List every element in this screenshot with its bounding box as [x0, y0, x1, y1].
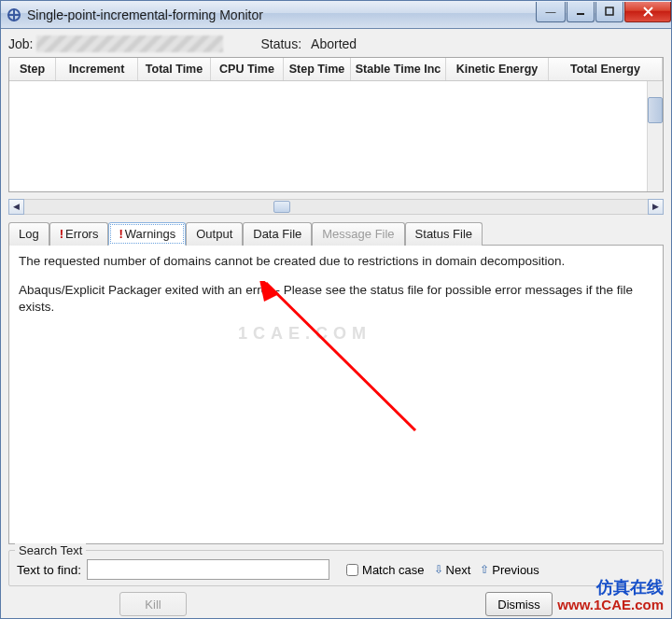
tab-errors[interactable]: !Errors	[49, 222, 109, 246]
message-line-1: The requested number of domains cannot b…	[19, 253, 653, 270]
maximize-button[interactable]	[595, 2, 623, 22]
col-kinetic-energy[interactable]: Kinetic Energy	[446, 58, 549, 80]
dismiss-button[interactable]: Dismiss	[485, 592, 553, 616]
match-case-label: Match case	[362, 563, 424, 577]
watermark-text: 1CAE.COM	[238, 322, 371, 345]
tab-data-file[interactable]: Data File	[243, 222, 312, 246]
col-total-energy[interactable]: Total Energy	[549, 58, 663, 80]
tab-warnings[interactable]: !Warnings	[108, 222, 186, 246]
message-pane[interactable]: The requested number of domains cannot b…	[8, 245, 664, 544]
status-value: Aborted	[311, 36, 357, 51]
window-title: Single-point-incremental-forming Monitor	[27, 7, 535, 22]
table-header-row: Step Increment Total Time CPU Time Step …	[9, 58, 663, 81]
svg-rect-3	[577, 13, 584, 15]
search-legend: Search Text	[15, 543, 86, 557]
col-increment[interactable]: Increment	[56, 58, 138, 80]
table-vertical-scrollbar[interactable]	[647, 81, 663, 191]
content-area: Job: Status: Aborted Step Increment Tota…	[1, 29, 671, 618]
close-button[interactable]	[624, 2, 671, 22]
col-stable-time-inc[interactable]: Stable Time Inc	[351, 58, 446, 80]
monitor-window: Single-point-incremental-forming Monitor…	[0, 0, 672, 619]
tab-message-file: Message File	[312, 222, 404, 246]
job-label: Job:	[8, 36, 33, 51]
message-tabs: Log !Errors !Warnings Output Data File M…	[8, 222, 664, 246]
match-case-checkbox[interactable]	[346, 564, 358, 576]
svg-rect-4	[606, 7, 613, 15]
tab-status-file[interactable]: Status File	[405, 222, 483, 246]
scroll-right-button[interactable]: ▶	[648, 199, 664, 215]
next-button[interactable]: ⇩Next	[434, 563, 471, 577]
window-controls: —	[535, 2, 671, 22]
previous-icon: ⇧	[480, 563, 489, 576]
message-line-2: Abaqus/Explicit Packager exited with an …	[19, 282, 653, 316]
titlebar[interactable]: Single-point-incremental-forming Monitor…	[1, 1, 671, 29]
col-cpu-time[interactable]: CPU Time	[211, 58, 284, 80]
table-horizontal-scrollbar[interactable]: ◀ ▶	[8, 198, 664, 215]
col-total-time[interactable]: Total Time	[138, 58, 211, 80]
app-icon	[7, 7, 21, 22]
tab-errors-label: Errors	[65, 227, 98, 241]
help-button[interactable]: —	[536, 2, 566, 22]
bottom-button-row: Kill Dismiss	[8, 586, 664, 616]
scroll-track[interactable]	[24, 199, 648, 215]
next-icon: ⇩	[434, 563, 443, 576]
job-name-redacted	[36, 35, 223, 52]
table-body	[9, 81, 663, 191]
error-bang-icon: !	[60, 227, 63, 241]
minimize-button[interactable]	[567, 2, 595, 22]
increments-table: Step Increment Total Time CPU Time Step …	[8, 57, 664, 192]
status-label: Status:	[260, 36, 301, 51]
search-section: Search Text Text to find: Match case ⇩Ne…	[8, 550, 664, 586]
col-step[interactable]: Step	[9, 58, 56, 80]
find-label: Text to find:	[17, 563, 81, 577]
search-input[interactable]	[87, 559, 329, 580]
kill-button: Kill	[119, 592, 187, 616]
scroll-thumb[interactable]	[273, 201, 290, 213]
tab-warnings-label: Warnings	[125, 227, 175, 241]
previous-button[interactable]: ⇧Previous	[480, 563, 539, 577]
tab-log[interactable]: Log	[8, 222, 49, 246]
previous-label: Previous	[492, 563, 539, 577]
col-step-time[interactable]: Step Time	[284, 58, 351, 80]
scroll-left-button[interactable]: ◀	[8, 199, 24, 215]
warning-bang-icon: !	[119, 227, 122, 241]
next-label: Next	[446, 563, 471, 577]
job-status-row: Job: Status: Aborted	[8, 33, 664, 55]
tab-output[interactable]: Output	[186, 222, 243, 246]
